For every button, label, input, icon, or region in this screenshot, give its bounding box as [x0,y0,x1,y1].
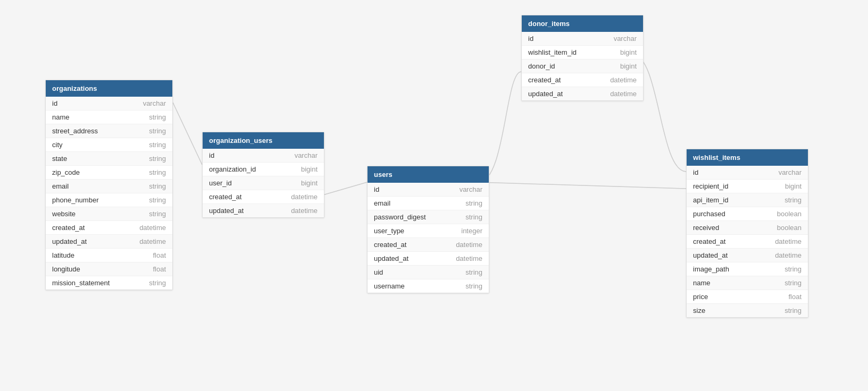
table-row: sizestring [687,304,808,317]
table-row: idvarchar [46,97,172,110]
table-row: donor_idbigint [522,60,643,73]
table-row: wishlist_item_idbigint [522,46,643,60]
table-row: namestring [46,110,172,124]
table-row: emailstring [46,180,172,193]
table-row: created_atdatetime [687,235,808,249]
table-row: latitudefloat [46,249,172,262]
table-row: usernamestring [368,279,489,293]
table-row: namestring [687,276,808,290]
table-organizations: organizations idvarchar namestring stree… [45,80,173,290]
table-row: emailstring [368,197,489,210]
table-donor-items: donor_items idvarchar wishlist_item_idbi… [521,15,644,101]
table-row: phone_numberstring [46,193,172,207]
table-donor-items-header: donor_items [522,15,643,32]
table-row: user_typeinteger [368,224,489,238]
table-row: mission_statementstring [46,276,172,290]
table-row: user_idbigint [203,176,324,190]
table-row: zip_codestring [46,166,172,180]
table-row: idvarchar [203,149,324,163]
table-row: statestring [46,152,172,166]
table-row: street_addressstring [46,124,172,138]
table-row: websitestring [46,207,172,221]
table-row: updated_atdatetime [522,87,643,100]
table-organizations-header: organizations [46,80,172,97]
table-row: idvarchar [368,183,489,197]
table-row: updated_atdatetime [46,235,172,249]
table-users: users idvarchar emailstring password_dig… [367,166,489,293]
table-row: updated_atdatetime [687,249,808,262]
table-row: image_pathstring [687,262,808,276]
table-row: idvarchar [687,166,808,180]
table-row: updated_atdatetime [368,252,489,266]
svg-line-2 [479,182,686,189]
table-row: created_atdatetime [522,73,643,87]
table-row: citystring [46,138,172,152]
svg-line-0 [173,103,202,165]
table-row: longitudefloat [46,262,172,276]
table-row: created_atdatetime [203,190,324,204]
table-organization-users: organization_users idvarchar organizatio… [202,132,324,218]
table-row: receivedboolean [687,221,808,235]
table-row: organization_idbigint [203,163,324,176]
table-row: created_atdatetime [368,238,489,252]
table-row: pricefloat [687,290,808,304]
diagram-canvas: organizations idvarchar namestring stree… [0,0,868,391]
table-organization-users-header: organization_users [203,132,324,149]
table-wishlist-items: wishlist_items idvarchar recipient_idbig… [686,149,808,318]
table-row: updated_atdatetime [203,204,324,217]
table-row: purchasedboolean [687,207,808,221]
table-wishlist-items-header: wishlist_items [687,149,808,166]
table-users-header: users [368,166,489,183]
table-row: created_atdatetime [46,221,172,235]
table-row: recipient_idbigint [687,180,808,193]
table-row: uidstring [368,266,489,279]
table-row: idvarchar [522,32,643,46]
table-row: password_digeststring [368,210,489,224]
table-row: api_item_idstring [687,193,808,207]
